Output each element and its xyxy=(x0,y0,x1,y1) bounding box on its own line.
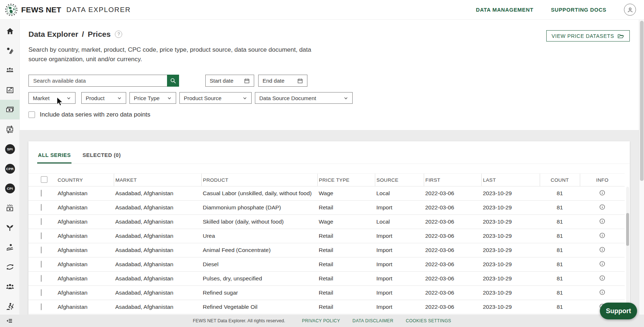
sidebar-item-spi[interactable]: SPI xyxy=(0,139,20,159)
info-icon[interactable] xyxy=(599,275,606,281)
chart-board-icon xyxy=(6,86,14,94)
row-checkbox[interactable] xyxy=(41,218,42,225)
sidebar-item-cpi[interactable]: CPI xyxy=(0,178,20,198)
people-group-icon xyxy=(5,282,15,291)
start-date-field[interactable]: Start date xyxy=(205,75,254,87)
row-checkbox[interactable] xyxy=(41,303,42,310)
sidebar-item-population[interactable] xyxy=(0,60,20,80)
product-source-dropdown-label: Product Source xyxy=(184,95,221,101)
data-source-document-dropdown[interactable]: Data Source Document xyxy=(255,92,353,104)
app-title: DATA EXPLORER xyxy=(66,6,131,14)
zero-data-checkbox-row: Include data series with zero data point… xyxy=(28,111,150,118)
info-icon[interactable] xyxy=(599,260,606,267)
search-input[interactable] xyxy=(28,75,167,87)
cell-first: 2022-03-06 xyxy=(424,286,481,300)
cell-product: Urea xyxy=(201,229,317,243)
brand-name: FEWS NET xyxy=(21,5,61,14)
sidebar-item-commodities[interactable] xyxy=(0,41,20,60)
product-dropdown[interactable]: Product xyxy=(81,92,126,104)
cell-count: 81 xyxy=(540,186,580,201)
sidebar-item-crops[interactable] xyxy=(0,218,20,237)
select-all-checkbox[interactable] xyxy=(41,176,47,183)
cell-count: 81 xyxy=(540,257,580,272)
cell-source: Local xyxy=(375,215,424,229)
support-button[interactable]: Support xyxy=(600,303,637,319)
row-checkbox[interactable] xyxy=(41,289,42,296)
row-checkbox[interactable] xyxy=(41,247,42,253)
nav-supporting-docs[interactable]: SUPPORTING DOCS xyxy=(551,7,606,13)
cell-price-type: Retail xyxy=(317,201,375,215)
info-icon[interactable] xyxy=(599,289,606,296)
cell-price-type: Retail xyxy=(317,257,375,272)
sidebar-item-income[interactable] xyxy=(0,198,20,218)
cell-source: Import xyxy=(375,257,424,272)
row-checkbox[interactable] xyxy=(41,190,42,197)
cell-first: 2022-03-06 xyxy=(424,257,481,272)
page-scrollbar-track[interactable] xyxy=(639,20,644,315)
expand-menu-icon[interactable] xyxy=(5,316,13,325)
info-icon[interactable] xyxy=(599,218,606,225)
table-scrollbar-track[interactable] xyxy=(626,187,629,314)
cell-country: Afghanistan xyxy=(56,201,114,215)
cell-market: Asadabad, Afghanistan xyxy=(114,257,201,272)
cell-count: 81 xyxy=(540,286,580,300)
zero-data-checkbox[interactable] xyxy=(28,111,35,118)
market-dropdown-label: Market xyxy=(33,95,50,101)
sidebar-item-money-transfer[interactable] xyxy=(0,119,20,139)
sidebar-item-market-charts[interactable] xyxy=(0,80,20,100)
help-icon[interactable]: ? xyxy=(115,31,122,38)
brand-logo[interactable]: FEWS NET DATA EXPLORER xyxy=(5,4,131,16)
sidebar-item-livelihoods[interactable] xyxy=(0,237,20,257)
data-disclaimer-link[interactable]: DATA DISCLAIMER xyxy=(353,318,393,323)
sidebar-item-cpr[interactable]: CPR xyxy=(0,159,20,178)
page-scrollbar-thumb[interactable] xyxy=(640,21,644,181)
table-row: Afghanistan Asadabad, Afghanistan Skille… xyxy=(28,215,625,229)
row-checkbox[interactable] xyxy=(41,275,42,282)
info-icon[interactable] xyxy=(599,204,606,210)
cell-last: 2023-10-29 xyxy=(481,286,540,300)
sidebar-item-demographics[interactable] xyxy=(0,277,20,296)
market-dropdown[interactable]: Market xyxy=(28,92,75,104)
row-checkbox[interactable] xyxy=(41,261,42,268)
cell-product: Pulses, dry, unspecified xyxy=(201,272,317,286)
cell-product: Refined sugar xyxy=(201,286,317,300)
cell-price-type: Retail xyxy=(317,229,375,243)
sidebar-item-prices[interactable] xyxy=(0,100,20,119)
price-type-dropdown[interactable]: Price Type xyxy=(129,92,176,104)
row-checkbox[interactable] xyxy=(41,232,42,239)
cell-first: 2022-03-06 xyxy=(424,215,481,229)
table-scrollbar-thumb[interactable] xyxy=(626,213,629,246)
cell-count: 81 xyxy=(540,215,580,229)
left-sidebar: SPI CPR CPI xyxy=(0,20,20,315)
cell-first: 2022-03-06 xyxy=(424,243,481,257)
tab-all-series[interactable]: ALL SERIES xyxy=(37,148,71,164)
user-avatar-button[interactable] xyxy=(624,4,636,16)
cell-product: Animal Feed (Concentrate) xyxy=(201,243,317,257)
info-icon[interactable] xyxy=(599,232,606,239)
breadcrumb-data-explorer[interactable]: Data Explorer xyxy=(28,30,78,39)
info-icon[interactable] xyxy=(599,246,606,253)
product-source-dropdown[interactable]: Product Source xyxy=(179,92,252,104)
end-date-field[interactable]: End date xyxy=(258,75,307,87)
nav-data-management[interactable]: DATA MANAGEMENT xyxy=(476,7,534,13)
table-row: Afghanistan Asadabad, Afghanistan Refine… xyxy=(28,300,625,314)
cell-country: Afghanistan xyxy=(56,257,114,272)
search-filter-row: Start date End date xyxy=(28,75,179,87)
row-checkbox[interactable] xyxy=(41,204,42,211)
cell-market: Asadabad, Afghanistan xyxy=(114,272,201,286)
cell-count: 81 xyxy=(540,201,580,215)
cookies-settings-link[interactable]: COOKIES SETTINGS xyxy=(406,318,451,323)
view-price-datasets-button[interactable]: VIEW PRICE DATASETS xyxy=(546,30,630,42)
tab-selected[interactable]: SELECTED (0) xyxy=(82,148,121,164)
sidebar-item-agricultural-labor[interactable] xyxy=(0,296,20,316)
info-icon[interactable] xyxy=(599,189,606,196)
sidebar-item-trade-flow[interactable] xyxy=(0,257,20,277)
view-price-datasets-label: VIEW PRICE DATASETS xyxy=(552,33,614,39)
cell-market: Asadabad, Afghanistan xyxy=(114,229,201,243)
sidebar-item-home[interactable] xyxy=(0,21,20,41)
privacy-policy-link[interactable]: PRIVACY POLICY xyxy=(302,318,340,323)
cell-market: Asadabad, Afghanistan xyxy=(114,186,201,201)
search-button[interactable] xyxy=(167,75,179,87)
folder-open-icon xyxy=(617,33,624,39)
chevron-down-icon xyxy=(344,96,348,101)
